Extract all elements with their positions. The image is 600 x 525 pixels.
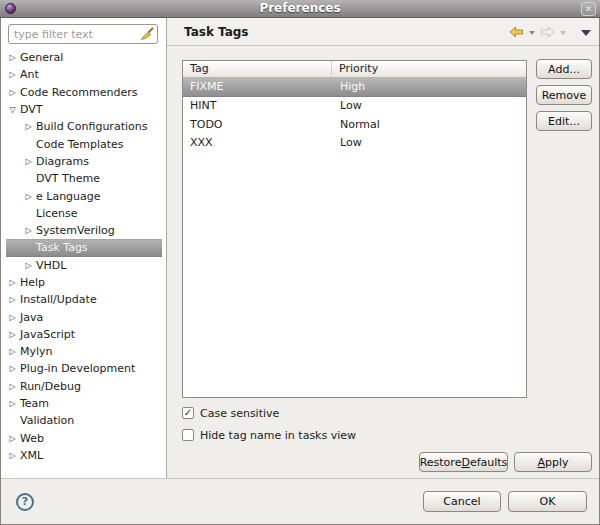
remove-button[interactable]: Remove <box>536 85 592 105</box>
table-body: FIXMEHighHINTLowTODONormalXXXLow <box>183 78 526 152</box>
tree-collapsed-icon[interactable]: ▷ <box>6 364 19 373</box>
tag-cell: TODO <box>183 118 332 131</box>
sidebar-item-label: Task Tags <box>35 241 88 254</box>
sidebar-item-label: Code Templates <box>35 138 124 151</box>
help-icon: ? <box>22 495 28 508</box>
tree-collapsed-icon[interactable]: ▷ <box>6 382 19 391</box>
tree-collapsed-icon[interactable]: ▷ <box>6 278 19 287</box>
restore-defaults-button[interactable]: Restore Defaults <box>419 452 508 472</box>
tree-expanded-icon[interactable]: ▽ <box>6 105 19 114</box>
sidebar-item-plug-in-development[interactable]: ▷Plug-in Development <box>1 360 166 377</box>
sidebar-item-label: Install/Update <box>19 293 97 306</box>
hide-tag-name-in-tasks-view-checkbox[interactable]: Hide tag name in tasks view <box>182 428 356 442</box>
priority-cell: High <box>332 80 526 93</box>
sidebar-item-java[interactable]: ▷Java <box>1 308 166 325</box>
sidebar-item-label: Team <box>19 397 49 410</box>
sidebar-item-code-templates[interactable]: Code Templates <box>1 135 166 152</box>
sidebar-item-ant[interactable]: ▷Ant <box>1 66 166 83</box>
sidebar-item-label: XML <box>19 449 43 462</box>
tree-collapsed-icon[interactable]: ▷ <box>6 70 19 79</box>
sidebar-item-label: Ant <box>19 68 39 81</box>
tree-collapsed-icon[interactable]: ▷ <box>22 122 35 131</box>
checkbox-checked-icon[interactable]: ✓ <box>182 407 194 419</box>
sidebar-item-task-tags[interactable]: Task Tags <box>1 239 166 256</box>
panel-footer: Restore Defaults Apply <box>419 452 592 472</box>
preferences-tree: ▷General▷Ant▷Code Recommenders▽DVT▷Build… <box>1 47 166 464</box>
cancel-button[interactable]: Cancel <box>423 491 501 512</box>
add-button[interactable]: Add... <box>536 59 592 79</box>
sidebar-item-javascript[interactable]: ▷JavaScript <box>1 326 166 343</box>
panel-header: Task Tags <box>167 18 599 46</box>
sidebar: ▷General▷Ant▷Code Recommenders▽DVT▷Build… <box>1 18 167 478</box>
filter-input[interactable] <box>14 28 140 41</box>
back-dropdown-icon[interactable] <box>529 31 535 35</box>
table-row-fixme[interactable]: FIXMEHigh <box>183 78 526 97</box>
sidebar-item-help[interactable]: ▷Help <box>1 274 166 291</box>
ok-button[interactable]: OK <box>508 491 587 512</box>
sidebar-item-diagrams[interactable]: ▷Diagrams <box>1 153 166 170</box>
sidebar-item-label: License <box>35 207 77 220</box>
tree-collapsed-icon[interactable]: ▷ <box>6 313 19 322</box>
sidebar-item-web[interactable]: ▷Web <box>1 430 166 447</box>
sidebar-item-general[interactable]: ▷General <box>1 49 166 66</box>
page-title: Task Tags <box>184 25 249 39</box>
tree-collapsed-icon[interactable]: ▷ <box>6 53 19 62</box>
filter-field[interactable] <box>8 24 158 44</box>
preferences-dialog: Preferences ✕ ▷General▷Ant▷Code Recommen… <box>0 0 600 525</box>
help-button[interactable]: ? <box>16 493 34 511</box>
case-sensitive-checkbox[interactable]: ✓Case sensitive <box>182 406 356 420</box>
sidebar-item-code-recommenders[interactable]: ▷Code Recommenders <box>1 84 166 101</box>
sidebar-item-e-language[interactable]: ▷e Language <box>1 187 166 204</box>
sidebar-item-license[interactable]: License <box>1 205 166 222</box>
checkbox-unchecked-icon[interactable] <box>182 429 194 441</box>
table-row-hint[interactable]: HINTLow <box>183 97 526 116</box>
apply-button[interactable]: Apply <box>514 452 592 472</box>
tag-cell: FIXME <box>183 80 332 93</box>
back-arrow-icon[interactable] <box>509 26 524 38</box>
titlebar[interactable]: Preferences ✕ <box>0 0 600 18</box>
tree-collapsed-icon[interactable]: ▷ <box>6 295 19 304</box>
sidebar-item-label: Mylyn <box>19 345 53 358</box>
tag-cell: HINT <box>183 99 332 112</box>
view-menu-icon[interactable] <box>581 30 591 36</box>
tree-collapsed-icon[interactable]: ▷ <box>6 330 19 339</box>
sidebar-item-dvt[interactable]: ▽DVT <box>1 101 166 118</box>
table-row-xxx[interactable]: XXXLow <box>183 134 526 153</box>
table-header-priority[interactable]: Priority <box>332 61 526 77</box>
tree-collapsed-icon[interactable]: ▷ <box>6 88 19 97</box>
sidebar-item-dvt-theme[interactable]: DVT Theme <box>1 170 166 187</box>
sidebar-item-install-update[interactable]: ▷Install/Update <box>1 291 166 308</box>
forward-dropdown-icon[interactable] <box>560 31 566 35</box>
table-row-todo[interactable]: TODONormal <box>183 115 526 134</box>
bottom-bar: ? Cancel OK <box>1 478 599 524</box>
tree-collapsed-icon[interactable]: ▷ <box>6 347 19 356</box>
sidebar-item-label: SystemVerilog <box>35 224 115 237</box>
sidebar-item-mylyn[interactable]: ▷Mylyn <box>1 343 166 360</box>
table-header-tag[interactable]: Tag <box>183 61 332 77</box>
tree-collapsed-icon[interactable]: ▷ <box>6 451 19 460</box>
tree-collapsed-icon[interactable]: ▷ <box>22 157 35 166</box>
sidebar-item-run-debug[interactable]: ▷Run/Debug <box>1 378 166 395</box>
table-header-row: Tag Priority <box>183 61 526 78</box>
sidebar-item-vhdl[interactable]: ▷VHDL <box>1 257 166 274</box>
close-button[interactable]: ✕ <box>581 2 596 16</box>
sidebar-item-label: e Language <box>35 190 101 203</box>
tree-collapsed-icon[interactable]: ▷ <box>6 434 19 443</box>
tree-collapsed-icon[interactable]: ▷ <box>22 192 35 201</box>
sidebar-item-team[interactable]: ▷Team <box>1 395 166 412</box>
sidebar-item-systemverilog[interactable]: ▷SystemVerilog <box>1 222 166 239</box>
sidebar-item-xml[interactable]: ▷XML <box>1 447 166 464</box>
sidebar-item-validation[interactable]: Validation <box>1 412 166 429</box>
sidebar-item-label: VHDL <box>35 259 66 272</box>
edit-button[interactable]: Edit... <box>536 111 592 131</box>
tree-collapsed-icon[interactable]: ▷ <box>22 261 35 270</box>
priority-cell: Low <box>332 99 526 112</box>
tag-action-buttons: Add... Remove Edit... <box>536 59 592 131</box>
sidebar-item-label: Java <box>19 311 43 324</box>
tree-collapsed-icon[interactable]: ▷ <box>6 399 19 408</box>
tag-cell: XXX <box>183 136 332 149</box>
clear-filter-broom-icon[interactable] <box>140 27 154 41</box>
forward-arrow-icon[interactable] <box>540 26 555 38</box>
tree-collapsed-icon[interactable]: ▷ <box>22 226 35 235</box>
sidebar-item-build-configurations[interactable]: ▷Build Configurations <box>1 118 166 135</box>
